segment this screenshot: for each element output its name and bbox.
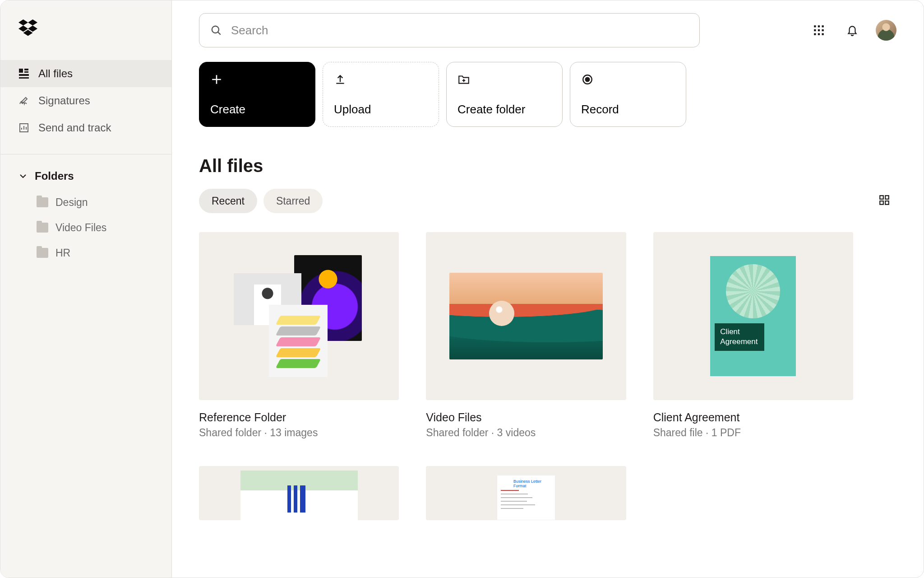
svg-point-27 — [586, 78, 590, 82]
filter-row: Recent Starred — [199, 189, 896, 213]
avatar[interactable] — [876, 20, 896, 41]
card-subtitle: Shared folder · 3 videos — [426, 427, 626, 439]
thumbnail: ClientAgreement — [653, 232, 853, 400]
view-grid-button[interactable] — [878, 194, 892, 208]
search-box[interactable] — [199, 13, 700, 47]
svg-rect-16 — [814, 29, 816, 31]
svg-line-12 — [218, 32, 220, 34]
svg-rect-15 — [822, 25, 824, 27]
record-button[interactable]: Record — [570, 62, 686, 127]
thumbnail — [199, 232, 399, 400]
card-title: Client Agreement — [653, 400, 853, 427]
apps-button[interactable] — [809, 20, 829, 40]
page-title: All files — [199, 127, 896, 189]
svg-rect-9 — [19, 77, 29, 79]
svg-marker-0 — [18, 19, 28, 26]
folder-label: HR — [55, 247, 70, 259]
topbar-actions — [809, 20, 896, 41]
chevron-down-icon — [18, 172, 28, 181]
thumbnail — [199, 466, 399, 520]
svg-rect-14 — [818, 25, 820, 27]
svg-rect-21 — [822, 33, 824, 35]
svg-rect-20 — [818, 33, 820, 35]
filter-recent[interactable]: Recent — [199, 189, 257, 213]
record-icon — [581, 73, 594, 86]
svg-rect-13 — [814, 25, 816, 27]
file-card-partial-1[interactable] — [199, 466, 399, 520]
chip-label: Starred — [276, 195, 310, 207]
create-folder-icon — [457, 73, 470, 86]
folder-label: Video Files — [55, 222, 106, 234]
upload-button[interactable]: Upload — [323, 62, 439, 127]
sidebar-item-label: All files — [38, 67, 73, 80]
folder-item-design[interactable]: Design — [0, 190, 171, 215]
topbar — [199, 0, 896, 47]
sidebar-nav: All files Signatures Send and track — [0, 56, 171, 141]
plus-icon — [210, 73, 223, 86]
file-card-partial-2[interactable]: Business Letter Format — [426, 466, 626, 520]
folder-icon — [37, 248, 48, 258]
logo[interactable] — [0, 0, 171, 56]
notifications-button[interactable] — [842, 20, 862, 40]
svg-rect-28 — [880, 196, 883, 199]
thumbnail — [426, 232, 626, 400]
folder-item-hr[interactable]: HR — [0, 240, 171, 266]
thumbnail: Business Letter Format — [426, 466, 626, 520]
svg-rect-6 — [24, 69, 28, 70]
card-title: Video Files — [426, 400, 626, 427]
app-root: All files Signatures Send and track Fold… — [0, 0, 924, 578]
main: Create Upload Create folder Record — [172, 0, 924, 578]
file-grid: Reference Folder Shared folder · 13 imag… — [199, 213, 853, 520]
folders-toggle[interactable]: Folders — [0, 163, 171, 190]
file-card-reference-folder[interactable]: Reference Folder Shared folder · 13 imag… — [199, 232, 399, 439]
svg-marker-1 — [28, 19, 37, 26]
svg-rect-8 — [19, 74, 29, 76]
create-folder-button[interactable]: Create folder — [446, 62, 563, 127]
thumbnail-overlay-text: ClientAgreement — [715, 323, 764, 351]
dropbox-logo-icon — [18, 19, 37, 37]
card-title: Reference Folder — [199, 400, 399, 427]
card-subtitle: Shared folder · 13 images — [199, 427, 399, 439]
sidebar-divider — [0, 154, 171, 154]
action-label: Upload — [334, 103, 428, 117]
folder-icon — [37, 197, 48, 207]
sidebar-item-label: Signatures — [38, 94, 90, 107]
file-card-client-agreement[interactable]: ClientAgreement Client Agreement Shared … — [653, 232, 853, 439]
send-track-icon — [18, 122, 29, 133]
folder-item-video-files[interactable]: Video Files — [0, 215, 171, 240]
chip-label: Recent — [212, 195, 245, 207]
filter-starred[interactable]: Starred — [263, 189, 323, 213]
svg-rect-29 — [885, 196, 889, 199]
sidebar-item-label: Send and track — [38, 121, 111, 134]
card-subtitle: Shared file · 1 PDF — [653, 427, 853, 439]
svg-rect-18 — [822, 29, 824, 31]
all-files-icon — [18, 68, 29, 79]
action-label: Record — [581, 103, 675, 117]
grid-view-icon — [878, 194, 890, 206]
svg-rect-17 — [818, 29, 820, 31]
folder-icon — [37, 223, 48, 233]
action-label: Create folder — [457, 103, 551, 117]
bell-icon — [846, 24, 858, 37]
sidebar-item-all-files[interactable]: All files — [0, 60, 171, 87]
folder-label: Design — [55, 196, 88, 209]
apps-grid-icon — [813, 24, 825, 36]
svg-rect-5 — [19, 69, 23, 73]
action-label: Create — [210, 103, 304, 117]
search-icon — [210, 24, 222, 36]
svg-rect-7 — [24, 71, 28, 73]
upload-icon — [334, 73, 346, 86]
svg-rect-30 — [880, 201, 883, 205]
sidebar-item-send-track[interactable]: Send and track — [0, 114, 171, 141]
doc-heading: Business Letter Format — [513, 479, 555, 488]
file-card-video-files[interactable]: Video Files Shared folder · 3 videos — [426, 232, 626, 439]
search-input[interactable] — [231, 23, 688, 37]
svg-point-11 — [212, 26, 219, 33]
svg-rect-31 — [885, 201, 889, 205]
create-button[interactable]: Create — [199, 62, 315, 127]
sidebar: All files Signatures Send and track Fold… — [0, 0, 172, 578]
signature-icon — [18, 95, 29, 106]
action-row: Create Upload Create folder Record — [199, 47, 896, 127]
svg-rect-19 — [814, 33, 816, 35]
sidebar-item-signatures[interactable]: Signatures — [0, 87, 171, 114]
